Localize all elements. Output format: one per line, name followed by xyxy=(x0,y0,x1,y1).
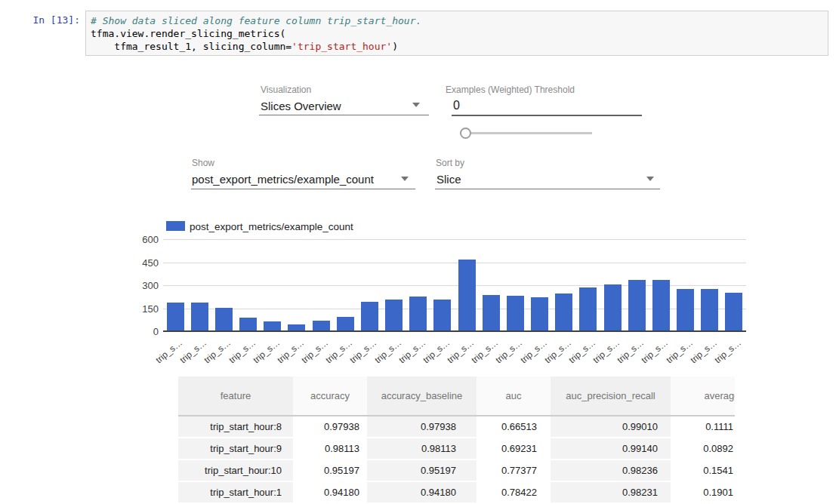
metric-cell: 0.98113 xyxy=(293,438,367,459)
column-header[interactable]: auc_precision_recall xyxy=(551,376,671,416)
threshold-slider-handle[interactable] xyxy=(460,128,471,139)
metric-cell: 0.97938 xyxy=(367,416,477,438)
visualization-label: Visualization xyxy=(261,85,311,95)
chevron-down-icon[interactable] xyxy=(401,177,409,181)
metric-cell: 0.99140 xyxy=(551,438,671,459)
x-axis-baseline xyxy=(163,330,746,332)
metric-cell: 0.69231 xyxy=(477,438,551,459)
column-header[interactable]: feature xyxy=(178,376,293,416)
metric-cell: 0.98113 xyxy=(367,438,477,459)
bar[interactable] xyxy=(701,289,718,331)
threshold-input[interactable]: 0 xyxy=(453,99,460,112)
metric-cell: 0.97938 xyxy=(293,416,367,438)
feature-cell: trip_start_hour:10 xyxy=(178,459,293,481)
column-header[interactable]: accuracy_baseline xyxy=(367,376,477,416)
bar[interactable] xyxy=(483,295,500,331)
y-tick-label: 450 xyxy=(128,257,159,269)
bar[interactable] xyxy=(313,321,330,331)
metric-cell: 0.98236 xyxy=(551,459,671,481)
metric-cell: 0.66513 xyxy=(477,416,551,438)
feature-cell: trip_start_hour:9 xyxy=(178,438,293,459)
metric-cell: 0.1901 xyxy=(671,481,735,503)
show-label: Show xyxy=(192,158,214,168)
bar[interactable] xyxy=(167,303,184,331)
show-underline xyxy=(191,189,415,189)
y-tick-label: 600 xyxy=(128,234,159,245)
metrics-table: featureaccuracyaccuracy_baselineaucauc_p… xyxy=(178,376,735,504)
bar[interactable] xyxy=(409,297,427,331)
feature-cell: trip_start_hour:1 xyxy=(178,481,293,503)
threshold-underline xyxy=(452,115,642,116)
table-header-row: featureaccuracyaccuracy_baselineaucauc_p… xyxy=(178,376,735,416)
y-tick-label: 0 xyxy=(128,326,159,337)
table-row: trip_start_hour:100.951970.951970.773770… xyxy=(178,459,735,481)
bar[interactable] xyxy=(604,284,622,331)
metric-cell: 0.1541 xyxy=(671,459,735,481)
metric-cell: 0.99010 xyxy=(551,416,671,438)
metric-cell: 0.94180 xyxy=(293,481,367,503)
bar[interactable] xyxy=(628,280,646,331)
visualization-dropdown[interactable]: Slices Overview xyxy=(261,100,341,112)
metric-cell: 0.94180 xyxy=(367,481,477,503)
bar[interactable] xyxy=(507,296,524,331)
sort-by-label: Sort by xyxy=(436,158,464,168)
y-tick-label: 150 xyxy=(128,303,159,315)
metric-cell: 0.95197 xyxy=(293,459,367,481)
gridline xyxy=(163,263,746,263)
bar[interactable] xyxy=(725,293,742,331)
gridline xyxy=(163,239,746,240)
metric-cell: 0.78422 xyxy=(477,481,551,503)
column-header[interactable]: accuracy xyxy=(293,376,367,416)
threshold-slider-track[interactable] xyxy=(466,132,592,134)
sort-underline xyxy=(435,189,660,189)
code-line-2: tfma.view.render_slicing_metrics( xyxy=(91,27,823,40)
bar[interactable] xyxy=(579,287,597,331)
table-row: trip_start_hour:80.979380.979380.665130.… xyxy=(178,416,735,438)
bar[interactable] xyxy=(652,280,670,331)
bar[interactable] xyxy=(433,300,451,331)
y-tick-label: 300 xyxy=(128,280,159,291)
code-comment: # Show data sliced along feature column … xyxy=(91,14,823,27)
bar[interactable] xyxy=(555,293,572,331)
bar[interactable] xyxy=(531,297,548,331)
metric-cell: 0.0892 xyxy=(671,438,735,459)
table-row: trip_start_hour:10.941800.941800.784220.… xyxy=(178,481,735,503)
legend-label: post_export_metrics/example_count xyxy=(190,221,353,232)
legend-swatch xyxy=(166,221,185,231)
bar[interactable] xyxy=(677,289,694,331)
code-cell[interactable]: # Show data sliced along feature column … xyxy=(85,11,828,56)
bar[interactable] xyxy=(239,318,257,331)
bar[interactable] xyxy=(337,317,354,331)
bar[interactable] xyxy=(215,308,233,331)
metric-cell: 0.95197 xyxy=(367,459,477,481)
code-string-literal: 'trip_start_hour' xyxy=(291,41,392,52)
bar[interactable] xyxy=(385,300,403,331)
chevron-down-icon[interactable] xyxy=(646,177,654,181)
metric-cell: 0.1111 xyxy=(671,416,735,438)
column-header[interactable]: average_los xyxy=(671,376,735,416)
column-header[interactable]: auc xyxy=(477,376,551,416)
bar[interactable] xyxy=(191,303,208,331)
show-metric-dropdown[interactable]: post_export_metrics/example_count xyxy=(192,173,374,186)
bar[interactable] xyxy=(361,302,378,331)
visualization-underline xyxy=(259,115,429,115)
table-row: trip_start_hour:90.981130.981130.692310.… xyxy=(178,438,735,459)
bar[interactable] xyxy=(458,260,476,331)
cell-input-prompt: In [13]: xyxy=(21,14,80,26)
feature-cell: trip_start_hour:8 xyxy=(178,416,293,438)
code-line-3: tfma_result_1, slicing_column='trip_star… xyxy=(91,40,823,53)
threshold-label: Examples (Weighted) Threshold xyxy=(446,85,575,95)
chevron-down-icon[interactable] xyxy=(412,103,420,107)
metric-cell: 0.77377 xyxy=(477,459,551,481)
metric-cell: 0.98231 xyxy=(551,481,671,503)
sort-by-dropdown[interactable]: Slice xyxy=(436,173,461,186)
metrics-table-container: featureaccuracyaccuracy_baselineaucauc_p… xyxy=(178,376,735,504)
